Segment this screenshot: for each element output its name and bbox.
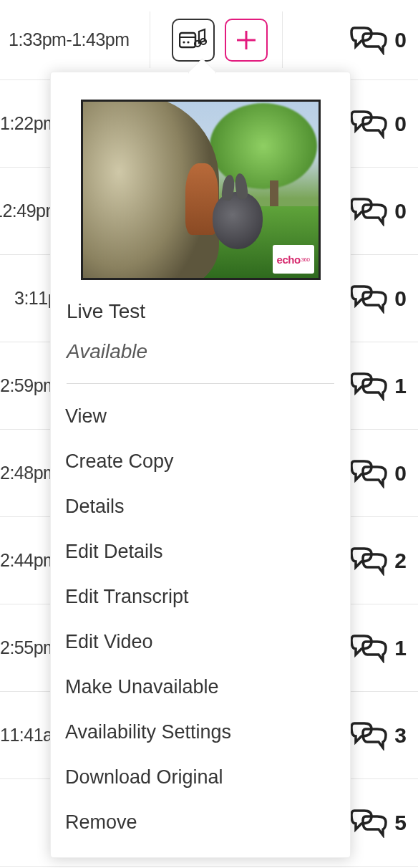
chat-count: 0 (394, 461, 407, 486)
chat-indicator[interactable]: 0 (350, 0, 407, 79)
time-range: 1:33pm-1:43pm (0, 29, 130, 50)
chat-icon (350, 458, 387, 488)
add-button[interactable] (225, 19, 268, 62)
chat-count: 0 (394, 199, 407, 223)
chat-indicator[interactable]: 0 (350, 430, 407, 516)
menu-view[interactable]: View (65, 405, 334, 428)
echo-badge: echo360 (273, 245, 314, 274)
popover-title: Live Test (67, 300, 334, 323)
media-button[interactable] (172, 19, 215, 62)
media-icon (179, 28, 208, 52)
row-time: 2:44pm (0, 550, 57, 571)
menu-edit-video[interactable]: Edit Video (65, 631, 334, 653)
menu-create-copy[interactable]: Create Copy (65, 450, 334, 473)
row-time: 2:48pm (0, 463, 57, 483)
chat-indicator[interactable]: 1 (350, 342, 407, 429)
chat-indicator[interactable]: 3 (350, 692, 407, 778)
chat-icon (350, 720, 387, 751)
menu-remove[interactable]: Remove (65, 811, 334, 834)
chat-indicator[interactable]: 0 (350, 255, 407, 342)
video-thumbnail[interactable]: echo360 (81, 100, 321, 280)
chat-count: 3 (394, 723, 407, 748)
top-icons (172, 19, 268, 62)
divider (150, 11, 150, 68)
chat-count: 5 (394, 811, 407, 835)
row-time: 2:55pm (0, 637, 57, 658)
chat-indicator[interactable]: 0 (350, 80, 407, 167)
menu-availability-settings[interactable]: Availability Settings (65, 721, 334, 743)
media-popover: echo360 Live Test Available View Create … (50, 72, 351, 858)
chat-icon (350, 284, 387, 314)
chat-count: 1 (394, 374, 407, 398)
chat-indicator[interactable]: 5 (350, 779, 407, 866)
menu-edit-transcript[interactable]: Edit Transcript (65, 586, 334, 608)
chat-icon (350, 546, 387, 576)
chat-count: 0 (394, 112, 407, 136)
menu-download-original[interactable]: Download Original (65, 766, 334, 789)
chat-indicator[interactable]: 2 (350, 517, 407, 604)
divider (282, 11, 283, 68)
menu-edit-details[interactable]: Edit Details (65, 541, 334, 563)
row-time: 2:59pm (0, 375, 57, 396)
chat-count: 1 (394, 636, 407, 660)
chat-icon (350, 25, 387, 55)
chat-icon (350, 633, 387, 663)
popover-status: Available (67, 340, 334, 363)
svg-rect-0 (180, 33, 195, 47)
menu-details[interactable]: Details (65, 496, 334, 518)
popover-menu: View Create Copy Details Edit Details Ed… (65, 405, 334, 834)
row-time: 1:22pm (0, 113, 57, 134)
chat-indicator[interactable]: 1 (350, 604, 407, 691)
svg-point-2 (183, 41, 185, 43)
separator (67, 383, 334, 384)
chat-count: 2 (394, 549, 407, 573)
menu-make-unavailable[interactable]: Make Unavailable (65, 676, 334, 698)
chat-icon (350, 371, 387, 401)
chat-count: 0 (394, 286, 407, 311)
chat-indicator[interactable]: 0 (350, 168, 407, 254)
chat-icon (350, 196, 387, 226)
chat-icon (350, 808, 387, 838)
chat-count: 0 (394, 28, 407, 52)
plus-icon (234, 28, 258, 52)
chat-icon (350, 109, 387, 139)
svg-point-3 (187, 41, 189, 43)
